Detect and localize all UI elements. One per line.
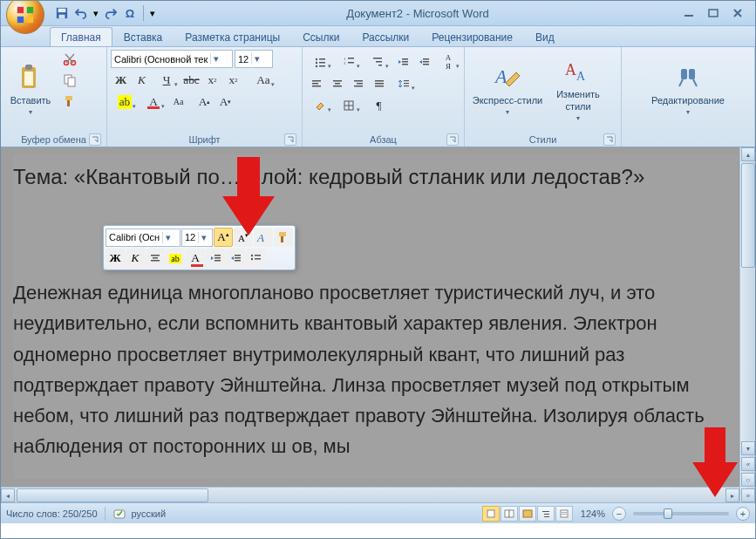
mt-highlight[interactable]: ab bbox=[166, 249, 185, 268]
clipboard-launcher[interactable] bbox=[89, 133, 101, 146]
svg-rect-26 bbox=[348, 62, 354, 64]
bold-button[interactable]: Ж bbox=[111, 70, 131, 90]
shading-button[interactable] bbox=[306, 95, 334, 115]
mt-bullets[interactable] bbox=[246, 249, 265, 268]
align-right-button[interactable] bbox=[348, 73, 368, 93]
justify-button[interactable] bbox=[369, 73, 389, 93]
editing-button[interactable]: Редактирование ▾ bbox=[640, 50, 736, 130]
horizontal-scrollbar[interactable]: ◂ ▸ bbox=[1, 487, 739, 502]
copy-button[interactable] bbox=[60, 71, 79, 90]
scroll-v-thumb[interactable] bbox=[741, 163, 755, 268]
word-count[interactable]: Число слов: 250/250 bbox=[6, 508, 98, 519]
align-center-button[interactable] bbox=[327, 73, 347, 93]
font-launcher[interactable] bbox=[284, 133, 296, 146]
symbol-button[interactable]: Ω bbox=[121, 4, 139, 22]
doc-heading[interactable]: Тема: «Квантовый по……лой: кедровый стлан… bbox=[13, 163, 738, 190]
sort-button[interactable]: AЯ bbox=[434, 51, 462, 72]
title-bar: ▾ Ω ▾ Документ2 - Microsoft Word bbox=[1, 1, 755, 26]
svg-point-70 bbox=[251, 255, 253, 256]
scroll-down-button[interactable]: ▾ bbox=[741, 441, 755, 455]
tab-review[interactable]: Рецензирование bbox=[420, 27, 524, 46]
quick-styles-button[interactable]: A Экспресс-стили ▾ bbox=[468, 50, 547, 130]
mt-font-size[interactable]: 12▾ bbox=[181, 229, 213, 247]
undo-dropdown[interactable]: ▾ bbox=[92, 4, 100, 22]
format-painter-button[interactable] bbox=[60, 92, 79, 111]
change-styles-button[interactable]: AA Изменить стили ▾ bbox=[547, 50, 610, 130]
underline-button[interactable]: Ч bbox=[153, 70, 180, 90]
tab-insert[interactable]: Вставка bbox=[112, 27, 174, 46]
styles-launcher[interactable] bbox=[603, 133, 616, 146]
view-outline[interactable] bbox=[537, 506, 555, 522]
mt-center[interactable] bbox=[146, 249, 165, 268]
scroll-up-button[interactable]: ▴ bbox=[741, 147, 755, 161]
multilevel-button[interactable] bbox=[364, 51, 392, 72]
save-button[interactable] bbox=[53, 4, 71, 22]
svg-rect-40 bbox=[335, 83, 340, 85]
svg-rect-2 bbox=[17, 17, 24, 23]
dec-indent-button[interactable] bbox=[392, 51, 412, 72]
italic-button[interactable]: К bbox=[132, 70, 152, 90]
arrow-annotation-1 bbox=[218, 157, 279, 235]
tab-home[interactable]: Главная bbox=[50, 27, 112, 46]
minimize-button[interactable] bbox=[678, 5, 699, 21]
mt-bold[interactable]: Ж bbox=[106, 249, 125, 268]
tab-view[interactable]: Вид bbox=[524, 27, 566, 46]
mt-italic[interactable]: К bbox=[126, 249, 145, 268]
scroll-left-button[interactable]: ◂ bbox=[1, 488, 15, 502]
proofing-icon[interactable] bbox=[112, 507, 126, 521]
highlight-button[interactable]: ab bbox=[111, 92, 139, 112]
zoom-slider[interactable] bbox=[633, 512, 729, 515]
inc-indent-button[interactable] bbox=[413, 51, 433, 72]
line-spacing-button[interactable] bbox=[390, 73, 418, 93]
show-marks-button[interactable]: ¶ bbox=[369, 95, 389, 115]
clear-format-button[interactable]: Aa bbox=[168, 92, 188, 112]
strikethrough-button[interactable]: abc bbox=[181, 70, 201, 90]
undo-button[interactable] bbox=[72, 4, 90, 22]
subscript-button[interactable]: x2 bbox=[202, 70, 222, 90]
view-print-layout[interactable] bbox=[482, 506, 500, 522]
next-page-button[interactable]: » bbox=[741, 488, 755, 502]
svg-rect-31 bbox=[402, 61, 408, 63]
prev-page-button[interactable]: « bbox=[741, 457, 755, 471]
scroll-h-thumb[interactable] bbox=[17, 488, 208, 502]
svg-rect-38 bbox=[312, 85, 321, 87]
font-size-combo[interactable]: 12▾ bbox=[235, 50, 273, 68]
view-web[interactable] bbox=[519, 506, 536, 522]
shrink-font-button[interactable]: A▾ bbox=[215, 92, 235, 112]
tab-references[interactable]: Ссылки bbox=[291, 27, 351, 46]
view-draft[interactable] bbox=[555, 506, 573, 522]
paragraph-launcher[interactable] bbox=[446, 133, 459, 146]
mt-inc-indent[interactable] bbox=[226, 249, 245, 268]
doc-body[interactable]: Денежная единица многопланово просветляе… bbox=[13, 277, 738, 461]
bullets-button[interactable] bbox=[306, 51, 334, 72]
vertical-scrollbar[interactable]: ▴ ▾ « ○ » bbox=[739, 147, 755, 502]
browse-object-button[interactable]: ○ bbox=[741, 473, 755, 487]
font-family-combo[interactable]: Calibri (Основной тек▾ bbox=[111, 50, 233, 68]
tab-mailings[interactable]: Рассылки bbox=[351, 27, 420, 46]
svg-point-21 bbox=[316, 65, 317, 66]
align-left-button[interactable] bbox=[306, 73, 326, 93]
qat-customize[interactable]: ▾ bbox=[148, 4, 157, 22]
tab-page-layout[interactable]: Разметка страницы bbox=[174, 27, 291, 46]
view-full-reading[interactable] bbox=[501, 506, 518, 522]
grow-font-button[interactable]: A▴ bbox=[194, 92, 215, 112]
mt-font-family[interactable]: Calibri (Осн▾ bbox=[106, 229, 180, 247]
language-label[interactable]: русский bbox=[132, 508, 166, 519]
close-button[interactable] bbox=[727, 5, 748, 21]
borders-button[interactable] bbox=[335, 95, 363, 115]
font-color-button[interactable]: A bbox=[140, 92, 167, 112]
zoom-level[interactable]: 124% bbox=[581, 508, 605, 519]
zoom-out-button[interactable]: − bbox=[612, 507, 626, 521]
zoom-thumb[interactable] bbox=[664, 508, 672, 519]
change-case-button[interactable]: Aa bbox=[249, 70, 277, 90]
paste-button[interactable]: Вставить ▾ bbox=[4, 50, 57, 130]
maximize-button[interactable] bbox=[703, 5, 724, 21]
document-area[interactable]: Тема: «Квантовый по……лой: кедровый стлан… bbox=[1, 147, 755, 502]
mt-font-color[interactable]: A bbox=[186, 249, 205, 268]
cut-button[interactable] bbox=[60, 50, 79, 69]
zoom-in-button[interactable]: + bbox=[736, 507, 750, 521]
redo-button[interactable] bbox=[102, 4, 119, 22]
numbering-button[interactable]: 12 bbox=[335, 51, 363, 72]
mt-dec-indent[interactable] bbox=[206, 249, 225, 268]
superscript-button[interactable]: x2 bbox=[223, 70, 243, 90]
